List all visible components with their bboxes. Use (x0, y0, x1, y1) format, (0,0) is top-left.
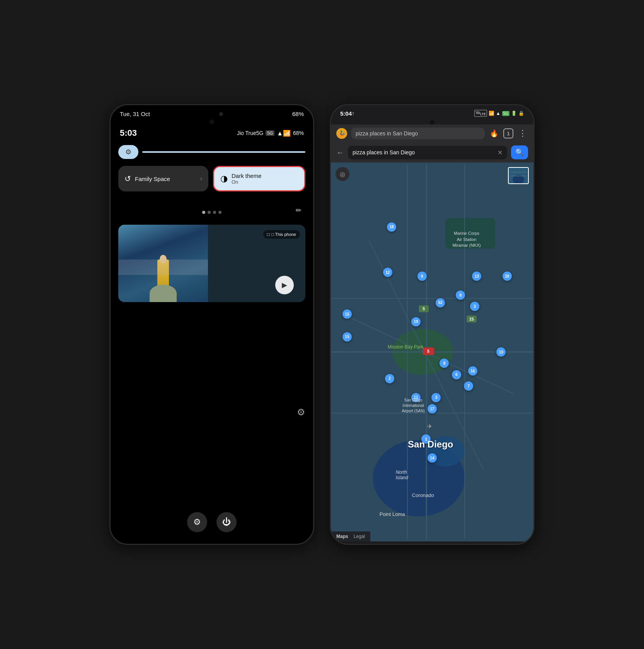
media-card[interactable]: □ □ This phone ▶ (118, 225, 305, 302)
map-container[interactable]: 5 15 5 ✈ ◎ 12367889101112131415151617181… (331, 162, 533, 541)
search-clear-button[interactable]: ✕ (497, 149, 503, 156)
search-input-text: pizza places in San Diego (353, 149, 415, 155)
volume-button[interactable] (109, 167, 111, 198)
tab-count-label: 1 (507, 131, 509, 137)
map-svg: 5 15 5 ✈ (331, 162, 533, 541)
power-side-button[interactable] (313, 183, 314, 206)
time-right: 5:04 (340, 110, 352, 117)
this-phone-label: □ This phone (271, 232, 296, 237)
quick-tiles: ↺ Family Space › ◑ Dark theme On (111, 164, 313, 199)
map-thumbnail[interactable] (508, 167, 529, 184)
dark-theme-tile[interactable]: ◑ Dark theme On (213, 166, 305, 191)
battery-label: 68% (293, 130, 304, 136)
lock-icon: 🔒 (518, 111, 524, 116)
maps-label: Maps (336, 534, 348, 539)
brightness-row: ⚙ (111, 142, 313, 164)
location-icon: ◎ (340, 171, 345, 178)
san-diego-label: San Diego (408, 439, 453, 450)
search-button[interactable]: 🔍 (511, 145, 528, 159)
pagination-row: ✏ (111, 199, 313, 222)
bottom-bar: ⚙ ⏻ (111, 512, 313, 532)
network-label: 5G (266, 130, 274, 136)
carrier-label: Jio True5G (237, 130, 263, 136)
right-phone: 5:04 ↑ VoLTE 📶 ▲ 5G 🔋 🔒 🦆 pizza places i… (330, 104, 535, 545)
toolbar-icons: 🔥 1 ⋮ (489, 128, 528, 138)
battery-right: 68% (292, 111, 304, 117)
upload-icon: ↑ (352, 110, 354, 116)
dot-3 (213, 211, 216, 214)
media-settings-icon[interactable]: ⚙ (297, 407, 305, 418)
family-space-label: Family Space (135, 176, 170, 182)
dot-2 (208, 211, 211, 214)
url-bar[interactable]: pizza places in San Diego (351, 128, 485, 139)
play-button[interactable]: ▶ (275, 276, 294, 294)
fire-icon[interactable]: 🔥 (489, 129, 499, 138)
battery-icon-right: 🔋 (511, 111, 517, 116)
time-carrier-row: 5:03 Jio True5G 5G ▲📶 68% (111, 126, 313, 142)
dot-4 (218, 211, 221, 214)
dark-theme-subtitle: On (232, 179, 262, 185)
settings-icon: ⚙ (193, 517, 201, 527)
dot-1 (202, 211, 205, 214)
coronado-label: Coronado (412, 492, 434, 498)
status-bar-left: Tue, 31 Oct 68% (111, 105, 313, 117)
legal-label: Legal (354, 534, 365, 539)
dark-theme-title: Dark theme (232, 172, 262, 179)
point-loma-label: Point Loma (380, 511, 405, 517)
brightness-icon[interactable]: ⚙ (118, 145, 138, 159)
svg-rect-23 (511, 176, 526, 176)
svg-text:5: 5 (423, 306, 425, 311)
family-space-arrow: › (200, 175, 202, 182)
browser-toolbar: 🦆 pizza places in San Diego 🔥 1 ⋮ (331, 125, 533, 142)
play-icon: ▶ (282, 281, 287, 289)
volte-icon: VoLTE (474, 110, 487, 117)
5g-badge: 5G (502, 111, 509, 116)
svg-text:15: 15 (469, 317, 474, 321)
front-camera (210, 120, 214, 124)
wifi-icon: 📶 (489, 111, 494, 116)
tab-count[interactable]: 1 (503, 128, 513, 138)
power-icon: ⏻ (222, 517, 231, 527)
family-space-icon: ↺ (124, 174, 131, 183)
this-phone-badge: □ □ This phone (263, 230, 300, 239)
svg-rect-22 (511, 172, 526, 172)
airport-label: San DiegoInternationalAirport (SAN) (402, 398, 424, 414)
svg-text:✈: ✈ (427, 423, 432, 430)
miramar-label: Marine CorpsAir StationMiramar (NKX) (452, 231, 480, 248)
url-text: pizza places in San Diego (356, 130, 418, 137)
cellular-icon: ▲ (496, 111, 501, 116)
date-label: Tue, 31 Oct (120, 111, 150, 117)
svg-text:5: 5 (427, 349, 429, 354)
edit-icon[interactable]: ✏ (296, 206, 302, 215)
mission-bay-label: Mission Bay Park (388, 344, 424, 350)
family-space-tile[interactable]: ↺ Family Space › (118, 166, 208, 191)
location-button[interactable]: ◎ (336, 167, 349, 181)
left-phone: Tue, 31 Oct 68% 5:03 Jio True5G 5G ▲📶 68… (109, 104, 314, 545)
overflow-menu-icon[interactable]: ⋮ (517, 128, 528, 138)
maps-footer: Maps Legal (331, 531, 370, 541)
dark-theme-icon: ◑ (220, 174, 228, 184)
pagination-dots (202, 203, 221, 218)
signal-icons: ▲📶 (277, 130, 291, 137)
north-island-label: NorthIsland (396, 470, 408, 480)
back-button[interactable]: ← (336, 148, 344, 157)
power-button[interactable]: ⏻ (216, 512, 237, 532)
settings-button[interactable]: ⚙ (187, 512, 207, 532)
media-thumbnail (118, 225, 208, 302)
time-label: 5:03 (120, 128, 137, 138)
camera-notch-right (430, 120, 434, 125)
duckduckgo-icon: 🦆 (336, 128, 347, 139)
search-icon: 🔍 (515, 148, 524, 157)
search-input[interactable]: pizza places in San Diego ✕ (348, 146, 507, 159)
status-bar-right: 5:04 ↑ VoLTE 📶 ▲ 5G 🔋 🔒 (331, 105, 533, 118)
brightness-slider[interactable] (142, 151, 305, 153)
network-status-icons: VoLTE 📶 ▲ 5G 🔋 🔒 (474, 110, 524, 117)
this-phone-icon: □ (267, 232, 270, 237)
search-bar-row: ← pizza places in San Diego ✕ 🔍 (331, 142, 533, 162)
